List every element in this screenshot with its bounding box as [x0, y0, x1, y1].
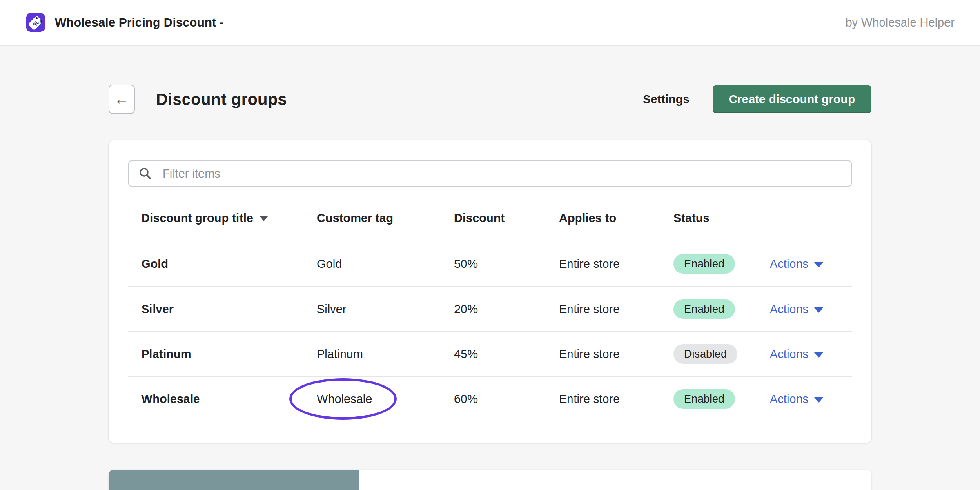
table-header-row: Discount group title Customer tag Discou…: [128, 187, 852, 241]
cell-applies-to: Entire store: [559, 303, 673, 316]
column-header-applies-to: Applies to: [559, 212, 673, 225]
cell-customer-tag: Silver: [317, 303, 454, 316]
chevron-down-icon: [814, 262, 823, 267]
cell-customer-tag: Wholesale: [317, 392, 454, 406]
table-row-silver: Silver Silver 20% Entire store Enabled A…: [128, 286, 852, 331]
status-badge: Enabled: [673, 299, 735, 319]
actions-dropdown[interactable]: Actions: [770, 257, 823, 271]
actions-dropdown[interactable]: Actions: [770, 303, 823, 316]
app-logo-price-tag-icon: %: [26, 13, 45, 32]
cell-customer-tag: Platinum: [317, 347, 454, 361]
column-header-discount: Discount: [454, 212, 559, 225]
cell-discount: 50%: [454, 257, 559, 271]
back-button[interactable]: ←: [109, 85, 135, 114]
cell-discount: 20%: [454, 303, 559, 316]
page-header: ← Discount groups Settings Create discou…: [109, 85, 871, 114]
section-thumbnail-image: [109, 470, 359, 490]
cell-applies-to: Entire store: [559, 392, 673, 406]
create-discount-group-button[interactable]: Create discount group: [713, 85, 871, 113]
chevron-down-icon: [814, 397, 823, 403]
page-title: Discount groups: [156, 90, 287, 109]
filter-box: [128, 160, 852, 187]
status-badge: Enabled: [673, 254, 735, 274]
table-body: Gold Gold 50% Entire store Enabled Actio…: [128, 241, 852, 421]
table-row-gold: Gold Gold 50% Entire store Enabled Actio…: [128, 241, 852, 286]
column-header-status: Status: [673, 212, 770, 225]
settings-button[interactable]: Settings: [643, 93, 689, 106]
cell-title: Platinum: [141, 347, 317, 361]
cell-title: Gold: [141, 257, 317, 271]
cell-discount: 45%: [454, 347, 559, 361]
actions-dropdown[interactable]: Actions: [770, 392, 823, 406]
column-header-customer-tag: Customer tag: [317, 212, 454, 225]
table-row-platinum: Platinum Platinum 45% Entire store Disab…: [128, 331, 852, 376]
search-icon: [139, 167, 152, 180]
actions-dropdown[interactable]: Actions: [770, 347, 823, 361]
cell-applies-to: Entire store: [559, 257, 673, 271]
status-badge: Disabled: [673, 344, 737, 364]
table-row-wholesale: Wholesale Wholesale 60% Entire store Ena…: [128, 376, 852, 421]
sort-desc-icon: [260, 216, 268, 221]
cell-title: Silver: [141, 303, 317, 316]
cell-title: Wholesale: [141, 392, 317, 406]
column-header-discount-group-title[interactable]: Discount group title: [141, 212, 317, 225]
app-header: % Wholesale Pricing Discount - by Wholes…: [0, 0, 980, 46]
discount-groups-card: Discount group title Customer tag Discou…: [109, 140, 871, 443]
next-section-card: [109, 470, 871, 490]
page-header-actions: Settings Create discount group: [643, 85, 871, 113]
page-container: ← Discount groups Settings Create discou…: [109, 85, 871, 490]
cell-discount: 60%: [454, 392, 559, 406]
cell-applies-to: Entire store: [559, 347, 673, 361]
app-byline: by Wholesale Helper: [845, 16, 955, 29]
cell-customer-tag: Gold: [317, 257, 454, 271]
chevron-down-icon: [814, 307, 823, 313]
back-arrow-icon: ←: [114, 92, 129, 107]
chevron-down-icon: [814, 352, 823, 358]
filter-items-input[interactable]: [163, 161, 841, 186]
app-title: Wholesale Pricing Discount -: [55, 16, 223, 29]
status-badge: Enabled: [673, 389, 735, 409]
